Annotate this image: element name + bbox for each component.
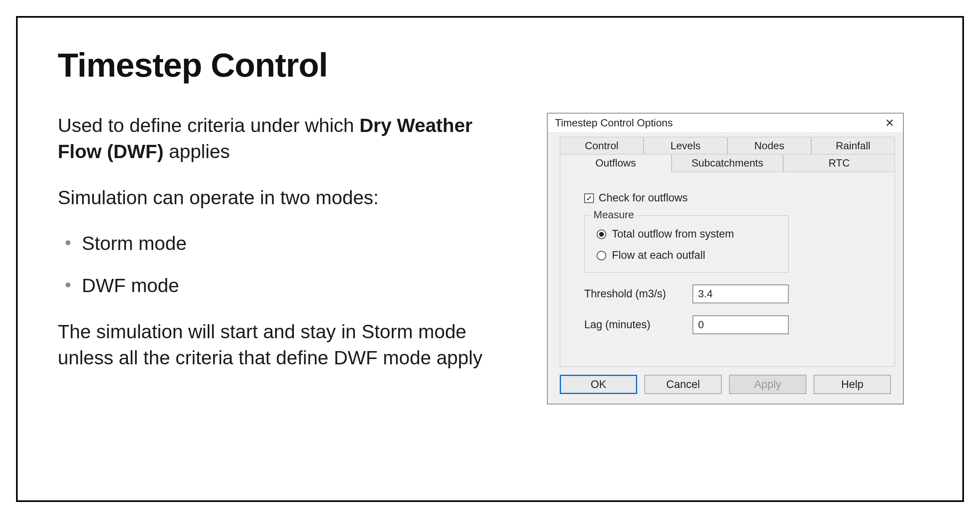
tab-nodes[interactable]: Nodes <box>727 137 811 154</box>
tab-subcatchments[interactable]: Subcatchments <box>672 154 784 172</box>
lag-input[interactable]: 0 <box>692 315 789 334</box>
tab-row-front: Outflows Subcatchments RTC <box>560 154 895 172</box>
check-for-outflows-label: Check for outflows <box>599 192 688 204</box>
dialog-button-bar: OK Cancel Apply Help <box>548 367 903 404</box>
threshold-input[interactable]: 3.4 <box>692 284 789 303</box>
dialog-title: Timestep Control Options <box>555 117 673 129</box>
tab-levels[interactable]: Levels <box>644 137 727 154</box>
radio-each-outfall-button[interactable] <box>597 251 606 260</box>
measure-fieldset: Measure Total outflow from system Flow a… <box>584 215 789 272</box>
list-item: Storm mode <box>58 231 499 257</box>
lag-label: Lag (minutes) <box>584 319 692 331</box>
lag-row: Lag (minutes) 0 <box>584 315 871 334</box>
paragraph-1: Used to define criteria under which Dry … <box>58 113 499 165</box>
paragraph-3: The simulation will start and stay in St… <box>58 319 499 371</box>
dialog-titlebar: Timestep Control Options ✕ <box>548 114 903 133</box>
radio-total-outflow-label: Total outflow from system <box>612 228 734 240</box>
list-item: DWF mode <box>58 273 499 299</box>
radio-each-outfall-label: Flow at each outfall <box>612 249 705 262</box>
p1-text-b: applies <box>164 141 230 162</box>
dialog-body: Control Levels Nodes Rainfall Outflows S… <box>548 133 903 404</box>
threshold-label: Threshold (m3/s) <box>584 288 692 300</box>
measure-legend: Measure <box>590 209 637 221</box>
threshold-row: Threshold (m3/s) 3.4 <box>584 284 871 303</box>
help-button[interactable]: Help <box>814 375 891 394</box>
slide-frame: Timestep Control Used to define criteria… <box>16 16 964 502</box>
tab-row-back: Control Levels Nodes Rainfall <box>560 137 895 154</box>
paragraph-2: Simulation can operate in two modes: <box>58 185 499 211</box>
tab-outflows[interactable]: Outflows <box>560 154 672 172</box>
tab-rtc[interactable]: RTC <box>783 154 895 172</box>
mode-list: Storm mode DWF mode <box>58 231 499 299</box>
page-title: Timestep Control <box>58 46 922 85</box>
radio-total-outflow-button[interactable] <box>597 230 606 239</box>
text-column: Used to define criteria under which Dry … <box>58 113 499 404</box>
tab-control[interactable]: Control <box>560 137 644 154</box>
radio-each-outfall[interactable]: Flow at each outfall <box>597 249 776 262</box>
timestep-control-dialog: Timestep Control Options ✕ Control Level… <box>547 113 904 404</box>
apply-button: Apply <box>729 375 806 394</box>
dialog-column: Timestep Control Options ✕ Control Level… <box>547 113 904 404</box>
ok-button[interactable]: OK <box>560 375 637 394</box>
check-for-outflows-row[interactable]: ✓ Check for outflows <box>584 192 871 204</box>
p1-text-a: Used to define criteria under which <box>58 115 359 136</box>
content-wrap: Used to define criteria under which Dry … <box>58 113 922 404</box>
check-for-outflows-checkbox[interactable]: ✓ <box>584 193 594 203</box>
tab-rainfall[interactable]: Rainfall <box>811 137 895 154</box>
cancel-button[interactable]: Cancel <box>644 375 722 394</box>
tab-container: Control Levels Nodes Rainfall Outflows S… <box>548 133 903 172</box>
tab-content-outflows: ✓ Check for outflows Measure Total outfl… <box>560 172 895 367</box>
close-icon[interactable]: ✕ <box>881 118 897 129</box>
radio-total-outflow[interactable]: Total outflow from system <box>597 228 776 240</box>
